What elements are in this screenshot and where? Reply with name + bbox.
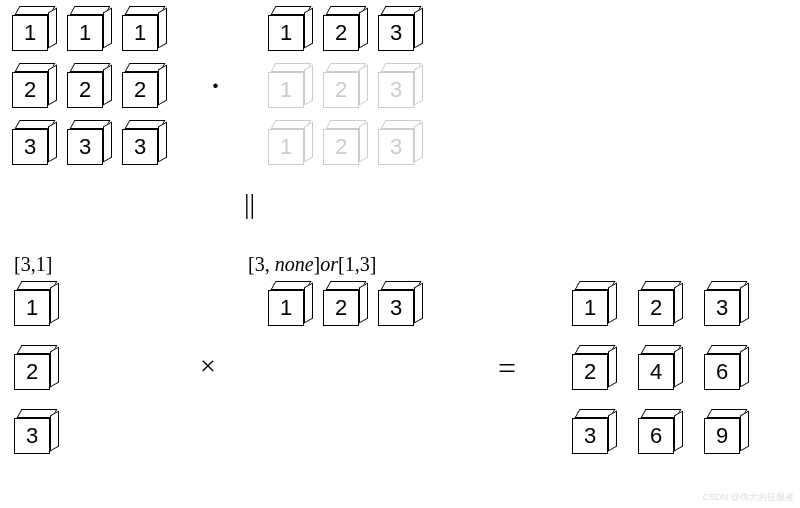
matrixA-cell: 3 [12,129,48,165]
matrixA-cell: 1 [12,15,48,51]
equivalence-operator: || [244,188,255,220]
colvec-cell: 3 [14,418,50,454]
result-cell: 6 [638,418,674,454]
matrixA-cell: 2 [12,72,48,108]
matrixB-cell: 1 [268,15,304,51]
matrixA-cell: 2 [67,72,103,108]
colvec-cell: 2 [14,354,50,390]
matrixA-cell: 1 [122,15,158,51]
matrixB-cell-faded: 3 [378,72,414,108]
result-cell: 4 [638,354,674,390]
matrixB-cell-faded: 3 [378,129,414,165]
result-cell: 3 [572,418,608,454]
dot-operator: · [212,70,219,102]
col-shape-label: [3,1] [14,253,52,276]
result-cell: 2 [572,354,608,390]
matrixA-cell: 3 [122,129,158,165]
matrixB-cell-faded: 1 [268,129,304,165]
matrixA-cell: 1 [67,15,103,51]
row-shape-label: [3, none]or[1,3] [248,253,376,276]
matrixB-cell-faded: 2 [323,129,359,165]
matrixB-cell-faded: 1 [268,72,304,108]
matrixB-cell: 2 [323,15,359,51]
result-cell: 6 [704,354,740,390]
matrixA-cell: 2 [122,72,158,108]
watermark: CSDN @伟大的征服者 [703,491,794,504]
matrixB-cell: 3 [378,15,414,51]
matrixB-cell-faded: 2 [323,72,359,108]
result-cell: 9 [704,418,740,454]
rowvec-cell: 3 [378,290,414,326]
matrixA-cell: 3 [67,129,103,165]
rowvec-cell: 1 [268,290,304,326]
result-cell: 1 [572,290,608,326]
rowvec-cell: 2 [323,290,359,326]
result-cell: 3 [704,290,740,326]
colvec-cell: 1 [14,290,50,326]
times-operator: × [200,350,216,382]
result-cell: 2 [638,290,674,326]
equals-operator: = [498,350,516,387]
